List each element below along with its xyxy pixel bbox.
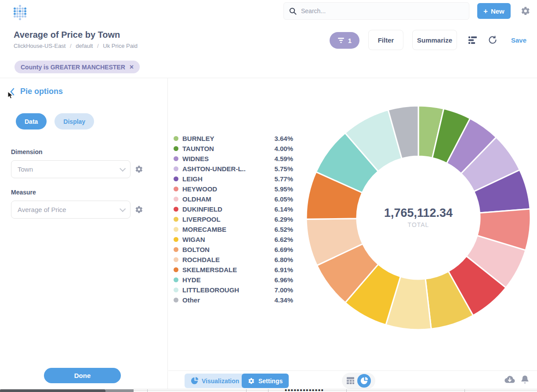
filter-chip-close-icon[interactable]: × bbox=[130, 64, 134, 71]
legend-dot bbox=[174, 247, 178, 252]
search-input[interactable] bbox=[301, 7, 464, 14]
legend-item-burnley[interactable]: BURNLEY3.64% bbox=[174, 133, 293, 144]
legend-label: HYDE bbox=[182, 276, 274, 284]
notebook-editor-icon[interactable] bbox=[468, 36, 477, 45]
visualization-button[interactable]: Visualization bbox=[185, 374, 245, 388]
visualization-label: Visualization bbox=[202, 378, 239, 385]
admin-gear-icon[interactable] bbox=[521, 6, 530, 16]
masked-row-dots: ••••••••••••• bbox=[285, 389, 324, 392]
tab-data[interactable]: Data bbox=[16, 113, 47, 129]
summarize-button[interactable]: Summarize bbox=[412, 30, 457, 50]
legend-percent: 6.05% bbox=[274, 195, 293, 203]
legend-dot bbox=[174, 176, 178, 181]
filter-count: 1 bbox=[348, 37, 352, 44]
legend-dot bbox=[174, 227, 178, 232]
legend-percent: 6.14% bbox=[274, 205, 293, 213]
tab-display[interactable]: Display bbox=[54, 113, 94, 129]
legend-label: MORECAMBE bbox=[182, 226, 274, 233]
legend-item-ashton-under-l-[interactable]: ASHTON-UNDER-L..5.75% bbox=[174, 164, 293, 174]
legend-label: OLDHAM bbox=[182, 195, 274, 203]
metabase-app: + New Average of Price by Town ClickHous… bbox=[0, 0, 537, 392]
new-button-label: New bbox=[491, 7, 504, 15]
legend-percent: 5.75% bbox=[274, 165, 293, 173]
filter-button[interactable]: Filter bbox=[368, 30, 403, 50]
scrollbar-thumb[interactable] bbox=[0, 389, 105, 392]
legend-item-liverpool[interactable]: LIVERPOOL6.29% bbox=[174, 214, 293, 224]
legend-item-heywood[interactable]: HEYWOOD5.95% bbox=[174, 184, 293, 194]
dimension-label: Dimension bbox=[11, 148, 43, 155]
measure-value: Average of Price bbox=[18, 206, 120, 213]
legend-item-morecambe[interactable]: MORECAMBE6.52% bbox=[174, 224, 293, 234]
dimension-select[interactable]: Town bbox=[11, 160, 131, 178]
legend-percent: 6.91% bbox=[274, 266, 293, 273]
legend-item-littleborough[interactable]: LITTLEBOROUGH7.00% bbox=[174, 285, 293, 295]
donut-chart bbox=[305, 104, 532, 331]
legend-label: ROCHDALE bbox=[182, 256, 274, 263]
page-title: Average of Price by Town bbox=[14, 30, 120, 40]
legend-item-dukinfield[interactable]: DUKINFIELD6.14% bbox=[174, 204, 293, 214]
new-button[interactable]: + New bbox=[477, 3, 511, 19]
pie-options-sidebar: Pie options Data Display Dimension Town … bbox=[0, 78, 168, 389]
legend-percent: 7.00% bbox=[274, 286, 293, 294]
measure-select[interactable]: Average of Price bbox=[11, 201, 131, 219]
visualization-footer: Visualization Settings bbox=[168, 370, 537, 389]
breadcrumb-table[interactable]: Uk Price Paid bbox=[103, 43, 138, 49]
legend-item-hyde[interactable]: HYDE6.96% bbox=[174, 275, 293, 285]
chart-view-icon[interactable] bbox=[357, 374, 371, 388]
legend-percent: 5.77% bbox=[274, 175, 293, 183]
legend-item-rochdale[interactable]: ROCHDALE6.80% bbox=[174, 255, 293, 265]
legend-item-leigh[interactable]: LEIGH5.77% bbox=[174, 174, 293, 184]
legend-item-taunton[interactable]: TAUNTON4.00% bbox=[174, 144, 293, 154]
legend-label: WIDNES bbox=[182, 155, 274, 162]
legend-dot bbox=[174, 288, 178, 292]
settings-label: Settings bbox=[258, 378, 283, 385]
notification-bell-icon[interactable] bbox=[521, 375, 529, 384]
metabase-logo-icon[interactable] bbox=[13, 4, 26, 18]
download-icon[interactable] bbox=[504, 375, 515, 384]
question-history-icon[interactable] bbox=[488, 35, 497, 45]
legend-item-wigan[interactable]: WIGAN6.62% bbox=[174, 234, 293, 245]
legend-percent: 5.95% bbox=[274, 185, 293, 193]
legend-label: WIGAN bbox=[182, 236, 274, 243]
view-toggle bbox=[342, 373, 375, 389]
legend-label: LITTLEBOROUGH bbox=[182, 286, 274, 294]
filter-chip[interactable]: County is GREATER MANCHESTER × bbox=[15, 61, 140, 73]
legend-item-widnes[interactable]: WIDNES4.59% bbox=[174, 154, 293, 164]
sidebar-tabs: Data Display bbox=[16, 113, 94, 129]
done-button[interactable]: Done bbox=[44, 368, 121, 383]
table-view-icon[interactable] bbox=[346, 377, 355, 385]
legend-dot bbox=[174, 146, 178, 151]
breadcrumb-database[interactable]: ClickHouse-US-East bbox=[14, 43, 65, 49]
legend-percent: 6.62% bbox=[274, 236, 293, 243]
scrollbar-thumb-edge bbox=[105, 389, 134, 392]
search-bar[interactable] bbox=[283, 2, 469, 20]
legend-dot bbox=[174, 277, 178, 282]
legend-item-oldham[interactable]: OLDHAM6.05% bbox=[174, 194, 293, 204]
legend-percent: 6.29% bbox=[274, 216, 293, 223]
settings-button[interactable]: Settings bbox=[242, 374, 289, 388]
legend-percent: 4.00% bbox=[274, 145, 293, 152]
legend-dot bbox=[174, 136, 178, 141]
measure-gear-icon[interactable] bbox=[135, 205, 143, 214]
legend-percent: 4.59% bbox=[274, 155, 293, 162]
legend-item-bolton[interactable]: BOLTON6.69% bbox=[174, 245, 293, 255]
save-button[interactable]: Save bbox=[511, 36, 526, 44]
chevron-down-icon bbox=[120, 205, 126, 212]
legend-label: TAUNTON bbox=[182, 145, 274, 152]
legend-dot bbox=[174, 267, 178, 272]
legend-dot bbox=[174, 257, 178, 262]
legend-label: BURNLEY bbox=[182, 135, 274, 142]
sidebar-back[interactable]: Pie options bbox=[10, 87, 63, 96]
breadcrumb-schema[interactable]: default bbox=[76, 43, 93, 49]
legend-percent: 6.69% bbox=[274, 246, 293, 253]
legend-dot bbox=[174, 207, 178, 212]
legend-label: LEIGH bbox=[182, 175, 274, 183]
pie-chart-icon bbox=[191, 377, 198, 385]
legend-label: HEYWOOD bbox=[182, 185, 274, 193]
active-filters-pill[interactable]: 1 bbox=[330, 32, 359, 49]
legend-item-skelmersdale[interactable]: SKELMERSDALE6.91% bbox=[174, 265, 293, 275]
dimension-gear-icon[interactable] bbox=[135, 165, 143, 173]
legend-label: SKELMERSDALE bbox=[182, 266, 274, 273]
legend-item-other[interactable]: Other4.34% bbox=[174, 295, 293, 305]
filter-chip-label: County is GREATER MANCHESTER bbox=[21, 64, 125, 71]
